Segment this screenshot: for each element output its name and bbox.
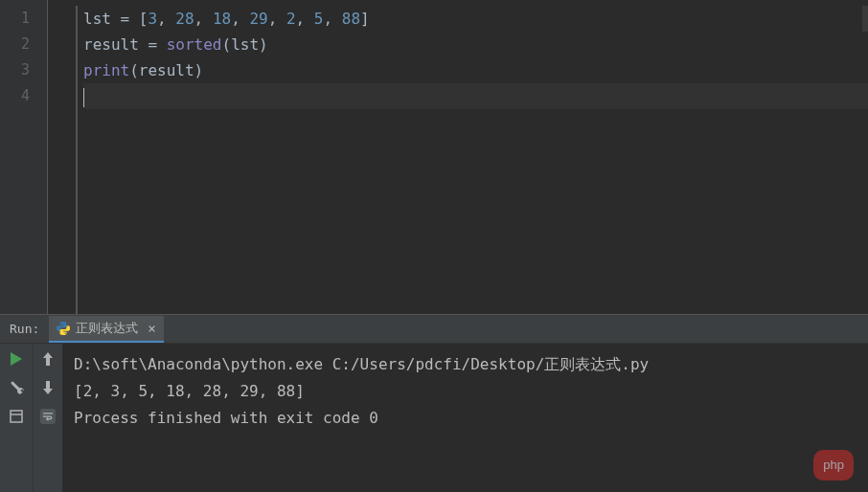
layout-icon — [10, 410, 23, 423]
run-toolbar-left — [0, 344, 34, 492]
svg-rect-0 — [11, 411, 22, 422]
console-line: D:\soft\Anaconda\python.exe C:/Users/pdc… — [74, 351, 857, 378]
run-header: Run: 正则表达式 × — [0, 315, 868, 344]
code-line-3[interactable]: print(result) — [83, 57, 868, 83]
layout-button[interactable] — [9, 409, 24, 424]
console-line: Process finished with exit code 0 — [74, 405, 857, 432]
play-icon — [11, 352, 22, 366]
settings-button[interactable] — [9, 380, 24, 395]
code-editor[interactable]: lst = [3, 28, 18, 29, 2, 5, 88] result =… — [48, 0, 868, 314]
code-line-1[interactable]: lst = [3, 28, 18, 29, 2, 5, 88] — [83, 6, 868, 32]
run-tab[interactable]: 正则表达式 × — [49, 316, 163, 343]
wrap-icon — [43, 411, 53, 423]
console-line: [2, 3, 5, 18, 28, 29, 88] — [74, 378, 857, 405]
editor-area: 1 2 3 4 lst = [3, 28, 18, 29, 2, 5, 88] … — [0, 0, 868, 314]
python-icon — [57, 322, 70, 335]
run-toolbar-inner — [34, 344, 62, 492]
soft-wrap-button[interactable] — [40, 409, 56, 424]
scroll-up-button[interactable] — [40, 351, 56, 367]
close-icon[interactable]: × — [148, 321, 155, 336]
arrow-up-icon — [42, 352, 54, 366]
fold-gutter — [48, 6, 78, 314]
console-output[interactable]: D:\soft\Anaconda\python.exe C:/Users/pdc… — [62, 344, 868, 492]
run-panel: Run: 正则表达式 × — [0, 314, 868, 492]
line-number[interactable]: 4 — [0, 83, 47, 109]
arrow-down-icon — [42, 381, 54, 394]
watermark: php — [813, 450, 854, 481]
line-number[interactable]: 1 — [0, 6, 47, 32]
run-button[interactable] — [9, 351, 24, 367]
cursor — [83, 88, 84, 107]
line-number[interactable]: 2 — [0, 32, 47, 57]
tab-label: 正则表达式 — [76, 320, 138, 337]
gutter: 1 2 3 4 — [0, 0, 48, 314]
run-label: Run: — [10, 322, 39, 336]
code-line-4[interactable] — [83, 83, 868, 109]
code-line-2[interactable]: result = sorted(lst) — [83, 32, 868, 57]
scroll-down-button[interactable] — [40, 380, 56, 395]
line-number[interactable]: 3 — [0, 57, 47, 83]
run-body: D:\soft\Anaconda\python.exe C:/Users/pdc… — [0, 344, 868, 492]
wrench-icon — [10, 381, 24, 395]
